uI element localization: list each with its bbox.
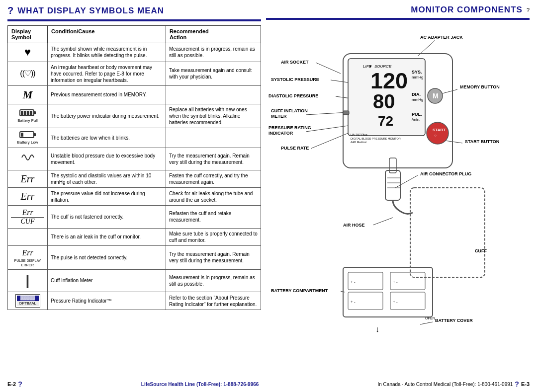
ac-adapter-jack-label: AC ADAPTER JACK (420, 35, 463, 40)
svg-text:+     -: + - (351, 280, 356, 284)
col-header-symbol: DisplaySymbol (8, 26, 48, 43)
svg-line-17 (306, 126, 348, 132)
condition-cell: An irregular heartbeat or body movement … (48, 62, 166, 85)
svg-rect-2 (21, 111, 23, 115)
action-cell (166, 128, 261, 148)
table-row: ♥ The symbol shown while measurement is … (8, 43, 261, 62)
action-cell: Measurement is in progress, remain as st… (166, 43, 261, 62)
svg-text:A&D Medical: A&D Medical (351, 141, 366, 144)
svg-line-63 (420, 322, 433, 324)
symbol-line-cell: | (8, 269, 48, 292)
svg-text:INDICATOR: INDICATOR (268, 131, 293, 136)
condition-cell: The battery power indicator during measu… (48, 104, 166, 128)
svg-text:M: M (433, 92, 439, 100)
page-number-left: E-2 (7, 381, 16, 387)
table-row: Battery Low The batteries are low when i… (8, 128, 261, 148)
svg-text:mmHg: mmHg (412, 75, 424, 79)
condition-cell: The batteries are low when it blinks. (48, 128, 166, 148)
symbol-err-cuf-cell: Err CUF (8, 205, 48, 228)
left-section-header: ? WHAT DISPLAY SYMBOLS MEAN (7, 5, 261, 16)
battery-low-icon: Battery Low (11, 130, 44, 145)
movement-icon (18, 150, 38, 165)
symbol-heart-cell: ♥ (8, 43, 48, 62)
condition-cell: The cuff is not fastened correctly. (48, 205, 166, 228)
action-cell: Try the measurement again. Remain very s… (166, 148, 261, 170)
svg-line-12 (443, 89, 457, 93)
svg-text:80: 80 (373, 90, 395, 112)
col-header-condition: Condition/Cause (48, 26, 166, 43)
diastolic-pressure-label: DIASTOLIC PRESSURE (268, 93, 318, 98)
svg-line-19 (445, 141, 462, 143)
air-socket-label: AIR SOCKET (281, 60, 309, 65)
svg-line-10 (316, 63, 341, 74)
symbol-err-cell: Err (8, 170, 48, 187)
svg-line-11 (331, 80, 348, 82)
svg-rect-7 (34, 133, 36, 136)
err-icon: Err (21, 173, 35, 184)
condition-cell: Pressure Rating Indicator™ (48, 292, 166, 310)
air-connector-plug-label: AIR CONNECTOR PLUG (420, 171, 471, 176)
table-row: Unstable blood pressure due to excessive… (8, 148, 261, 170)
symbol-err-cuf2-cell (8, 228, 48, 245)
svg-text:OPEN: OPEN (425, 316, 435, 320)
memory-m-icon: M (23, 88, 33, 101)
footer-right-text: In Canada · Auto Control Medical (Toll-F… (378, 382, 513, 387)
action-cell: Refer to the section "About Pressure Rat… (166, 292, 261, 310)
table-row: Err The pressure value did not increase … (8, 188, 261, 205)
action-cell: Make sure tube is properly connected to … (166, 228, 261, 245)
svg-text:↓: ↓ (375, 325, 379, 333)
condition-cell: The pressure value did not increase duri… (48, 188, 166, 205)
start-button-label: START BUTTON (465, 139, 499, 144)
action-cell: Fasten the cuff correctly, and try the m… (166, 170, 261, 187)
memory-button-label: MEMORY BUTTON (460, 84, 500, 89)
svg-text:120: 120 (370, 68, 408, 93)
svg-text:DIGITAL BLOOD PRESSURE MONITOR: DIGITAL BLOOD PRESSURE MONITOR (351, 137, 401, 140)
svg-line-15 (306, 112, 348, 115)
svg-line-18 (311, 132, 351, 149)
symbol-irregular-cell: ((♡)) (8, 62, 48, 85)
symbol-battery-low-cell: Battery Low (8, 128, 48, 148)
svg-text:+     -: + - (393, 300, 398, 304)
svg-text:/min.: /min. (412, 117, 420, 122)
monitor-components-svg: AC ADAPTER JACK AIR SOCKET SYSTOLIC PRES… (266, 24, 505, 362)
right-question-mark-icon: ? (527, 7, 530, 13)
right-section-header: MONITOR COMPONENTS ? (266, 5, 530, 15)
condition-cell: The systolic and diastolic values are wi… (48, 170, 166, 187)
table-row: ▓▓▓▓▓ OPTIMAL Pressure Rating Indicator™… (8, 292, 261, 310)
svg-text:SYS.: SYS. (412, 70, 422, 75)
battery-full-label: Battery Full (17, 118, 37, 123)
footer-center: LifeSource Health Line (Toll-Free): 1-88… (141, 382, 259, 387)
action-cell (166, 85, 261, 104)
svg-rect-1 (34, 111, 36, 114)
right-panel: MONITOR COMPONENTS ? AC ADAPTER JACK AIR… (266, 5, 530, 387)
symbol-pressure-rating-cell: ▓▓▓▓▓ OPTIMAL (8, 292, 48, 310)
action-cell: Measurement is in progress, remain as st… (166, 269, 261, 292)
condition-cell: The pulse is not detected correctly. (48, 245, 166, 269)
battery-low-label: Battery Low (17, 140, 38, 145)
svg-line-50 (373, 218, 393, 225)
symbol-err-pulse-cell: Err PULSE DISPLAY ERROR (8, 245, 48, 269)
footer-left-qmark: ? (18, 380, 22, 388)
action-cell: Replace all batteries with new ones when… (166, 104, 261, 128)
footer-right-qmark: ? (515, 380, 519, 388)
pulse-rate-label: PULSE RATE (281, 146, 309, 151)
right-blue-bar (266, 18, 530, 20)
battery-full-icon: Battery Full (11, 108, 44, 123)
heart-icon: ♥ (24, 46, 31, 58)
action-cell: Refasten the cuff and retake measurement… (166, 205, 261, 228)
svg-rect-8 (21, 133, 23, 137)
systolic-pressure-label: SYSTOLIC PRESSURE (271, 77, 319, 82)
err-pulse-icon: Err PULSE DISPLAY ERROR (11, 248, 44, 267)
irregular-heart-icon: ((♡)) (20, 69, 35, 78)
condition-cell: There is an air leak in the cuff or moni… (48, 228, 166, 245)
symbol-movement-cell (8, 148, 48, 170)
monitor-diagram: AC ADAPTER JACK AIR SOCKET SYSTOLIC PRES… (266, 24, 530, 387)
symbol-battery-cell: Battery Full (8, 104, 48, 128)
battery-compartment-label: BATTERY COMPARTMENT (271, 288, 328, 293)
svg-text:START: START (433, 128, 446, 132)
svg-text:72: 72 (378, 113, 393, 129)
svg-text:mmHg: mmHg (412, 97, 424, 102)
table-row: Err PULSE DISPLAY ERROR The pulse is not… (8, 245, 261, 269)
svg-text:+     -: + - (393, 280, 398, 284)
footer: E-2 ? LifeSource Health Line (Toll-Free)… (0, 380, 537, 388)
